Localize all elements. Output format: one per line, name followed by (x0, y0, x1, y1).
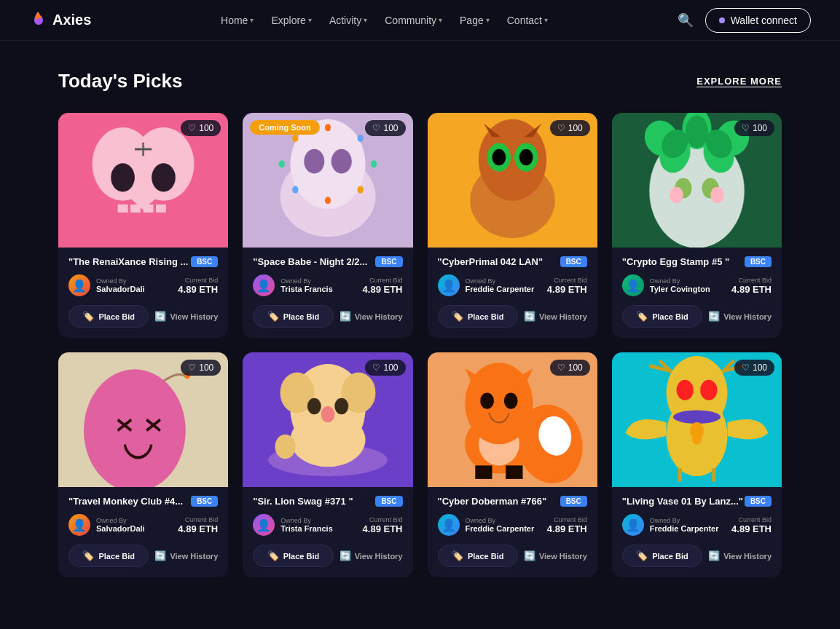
bid-icon: 🏷️ (452, 550, 463, 561)
view-history-button[interactable]: 🔄 View History (524, 550, 587, 561)
like-count: 100 (383, 363, 398, 373)
bid-amount: 4.89 ETH (731, 523, 772, 534)
like-badge[interactable]: ♡100 (550, 360, 590, 376)
nav-activity[interactable]: Activity ▾ (322, 10, 374, 31)
owner-avatar: 👤 (253, 514, 275, 536)
view-history-label: View History (539, 552, 587, 561)
card-body-6: "Sir. Lion Swag #371 " BSC 👤 Owned By Tr… (243, 487, 412, 577)
view-history-button[interactable]: 🔄 View History (524, 311, 587, 322)
logo[interactable]: Axies (29, 10, 91, 31)
bid-icon: 🏷️ (452, 311, 463, 322)
bsc-badge: BSC (375, 256, 402, 267)
like-count: 100 (753, 363, 767, 373)
view-history-label: View History (723, 312, 772, 321)
history-icon: 🔄 (524, 311, 535, 322)
like-badge[interactable]: ♡100 (181, 120, 221, 136)
avatar-icon: 👤 (441, 279, 456, 293)
owned-by-label: Owned By (650, 277, 710, 285)
cards-grid-row1: ♡100 "The RenaiXance Rising ... BSC 👤 Ow… (58, 113, 782, 338)
view-history-button[interactable]: 🔄 View History (708, 311, 772, 322)
explore-more-link[interactable]: EXPLORE MORE (696, 76, 782, 87)
heart-icon: ♡ (372, 123, 380, 133)
place-bid-button[interactable]: 🏷️ Place Bid (622, 305, 702, 328)
like-badge[interactable]: ♡100 (550, 120, 590, 136)
avatar-icon: 👤 (72, 518, 87, 532)
bid-icon: 🏷️ (82, 550, 94, 561)
card-title: "Crypto Egg Stamp #5 " (622, 256, 729, 267)
card-body-2: "Space Babe - Night 2/2... BSC 👤 Owned B… (243, 248, 412, 338)
avatar-icon: 👤 (72, 279, 87, 293)
nav-community[interactable]: Community ▾ (377, 10, 450, 31)
card-title-row: "CyberPrimal 042 LAN" BSC (438, 256, 587, 267)
heart-icon: ♡ (742, 363, 750, 373)
bsc-badge: BSC (191, 496, 218, 507)
card-owner-row: 👤 Owned By Freddie Carpenter Current Bid… (438, 274, 587, 296)
place-bid-label: Place Bid (98, 312, 135, 321)
wallet-connect-button[interactable]: Wallet connect (705, 8, 811, 33)
bsc-badge: BSC (560, 256, 587, 267)
like-count: 100 (568, 123, 583, 133)
owner-info-left: 👤 Owned By Trista Francis (253, 274, 333, 296)
bsc-badge: BSC (745, 496, 772, 507)
nav-right: 🔍 Wallet connect (678, 8, 811, 33)
owner-name: SalvadorDali (96, 524, 145, 533)
search-button[interactable]: 🔍 (678, 12, 694, 28)
owner-name: Freddie Carpenter (466, 285, 535, 293)
current-bid-label: Current Bid (185, 277, 219, 284)
card-body-8: "Living Vase 01 By Lanz..." BSC 👤 Owned … (612, 487, 782, 577)
like-count: 100 (383, 123, 398, 133)
nft-card-2: ♡100Coming Soon "Space Babe - Night 2/2.… (243, 113, 412, 338)
view-history-button[interactable]: 🔄 View History (154, 550, 218, 561)
like-badge[interactable]: ♡100 (181, 360, 221, 376)
like-badge[interactable]: ♡100 (365, 360, 405, 376)
view-history-button[interactable]: 🔄 View History (708, 550, 772, 561)
like-badge[interactable]: ♡100 (734, 120, 774, 136)
history-icon: 🔄 (524, 550, 535, 561)
nft-card-6: ♡100 "Sir. Lion Swag #371 " BSC 👤 Owned … (243, 352, 412, 577)
nav-contact[interactable]: Contact ▾ (500, 10, 555, 31)
card-title-row: "Space Babe - Night 2/2... BSC (253, 256, 402, 267)
view-history-button[interactable]: 🔄 View History (339, 311, 403, 322)
bid-info: Current Bid 4.89 ETH (731, 516, 772, 534)
place-bid-button[interactable]: 🏷️ Place Bid (253, 305, 333, 328)
owner-details: Owned By Trista Francis (280, 517, 333, 533)
place-bid-button[interactable]: 🏷️ Place Bid (68, 305, 149, 328)
nft-card-1: ♡100 "The RenaiXance Rising ... BSC 👤 Ow… (58, 113, 228, 338)
card-title: "Space Babe - Night 2/2... (253, 256, 367, 267)
place-bid-button[interactable]: 🏷️ Place Bid (438, 305, 518, 328)
nav-explore[interactable]: Explore ▾ (264, 10, 318, 31)
owner-avatar: 👤 (438, 514, 460, 536)
owner-info-left: 👤 Owned By SalvadorDali (68, 274, 145, 296)
nft-card-3: ♡100 "CyberPrimal 042 LAN" BSC 👤 Owned B… (428, 113, 597, 338)
owner-info-left: 👤 Owned By Freddie Carpenter (438, 514, 535, 536)
like-badge[interactable]: ♡100 (734, 360, 774, 376)
bid-info: Current Bid 4.89 ETH (363, 516, 403, 534)
card-title: "Travel Monkey Club #4... (68, 496, 183, 507)
owner-name: Freddie Carpenter (650, 524, 719, 533)
like-badge[interactable]: ♡100 (365, 120, 405, 136)
card-title: "The RenaiXance Rising ... (68, 256, 188, 267)
view-history-label: View History (355, 312, 403, 321)
nav-home[interactable]: Home ▾ (213, 10, 261, 31)
view-history-button[interactable]: 🔄 View History (154, 311, 218, 322)
chevron-down-icon: ▾ (364, 16, 367, 24)
place-bid-button[interactable]: 🏷️ Place Bid (68, 545, 149, 567)
place-bid-button[interactable]: 🏷️ Place Bid (253, 545, 333, 567)
nft-card-7: ♡100 "Cyber Doberman #766" BSC 👤 Owned B… (428, 352, 597, 577)
place-bid-button[interactable]: 🏷️ Place Bid (438, 545, 518, 567)
card-title-row: "Living Vase 01 By Lanz..." BSC (622, 496, 772, 507)
card-title: "Sir. Lion Swag #371 " (253, 496, 353, 507)
card-actions: 🏷️ Place Bid 🔄 View History (253, 545, 402, 567)
owner-details: Owned By SalvadorDali (96, 517, 145, 533)
owner-name: Freddie Carpenter (466, 524, 535, 533)
bsc-badge: BSC (745, 256, 772, 267)
place-bid-button[interactable]: 🏷️ Place Bid (622, 545, 702, 567)
nav-page[interactable]: Page ▾ (452, 10, 497, 31)
owner-info-left: 👤 Owned By Freddie Carpenter (438, 274, 535, 296)
place-bid-label: Place Bid (283, 552, 320, 561)
heart-icon: ♡ (188, 123, 196, 133)
card-actions: 🏷️ Place Bid 🔄 View History (622, 545, 772, 567)
view-history-button[interactable]: 🔄 View History (339, 550, 403, 561)
card-owner-row: 👤 Owned By Tyler Covington Current Bid 4… (622, 274, 772, 296)
current-bid-label: Current Bid (554, 516, 587, 523)
